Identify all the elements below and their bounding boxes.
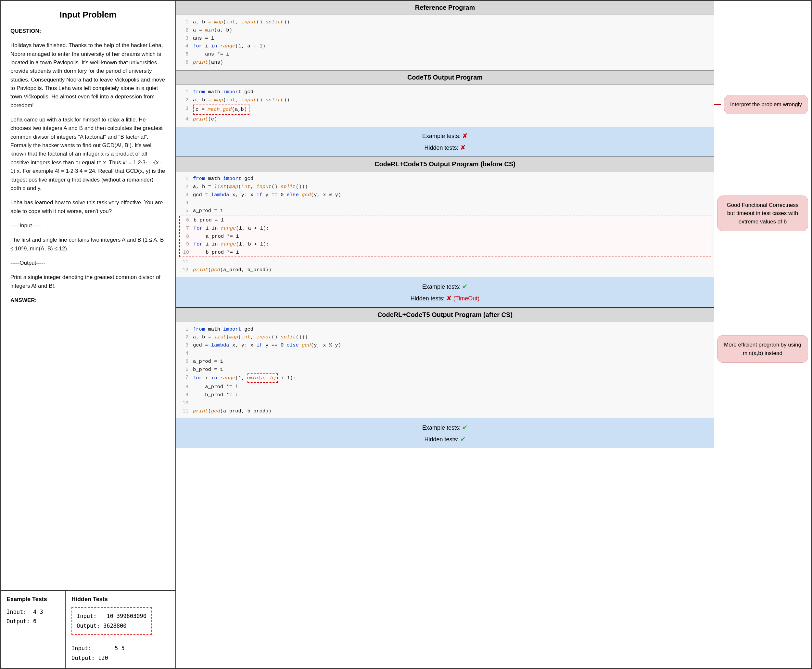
output-section-label: -----Output----- xyxy=(10,259,166,267)
question-label: QUESTION: xyxy=(10,27,166,35)
ref-line-4: 4 for i in range(1, a + 1): xyxy=(179,42,714,50)
coderl-b-timeout: (TimeOut) xyxy=(452,295,479,302)
codet5-header: CodeT5 Output Program xyxy=(176,71,714,85)
tests-row: Example Tests Input: 4 3 Output: 6 Hidde… xyxy=(1,590,175,668)
coderl-b-line-6: 6 b_prod = 1 xyxy=(180,216,711,224)
code-sections: Reference Program 1 a, b = map(int, inpu… xyxy=(176,1,714,668)
codet5-hidden-label: Hidden tests: xyxy=(424,145,460,151)
coderl-before-results: Example tests: ✔ Hidden tests: ✘ (TimeOu… xyxy=(176,277,714,307)
codet5-line-1: 1 from math import gcd xyxy=(179,88,714,96)
coderl-a-line-3: 3 gcd = lambda x, y: x if y == 0 else gc… xyxy=(179,341,714,350)
codet5-results: Example tests: ✘ Hidden tests: ✘ xyxy=(176,127,714,156)
hidden-tests: Hidden Tests Input: 10 399603090 Output:… xyxy=(66,591,175,668)
output-description: Print a single integer denoting the grea… xyxy=(10,273,166,290)
ref-line-6: 6 print(ans) xyxy=(179,59,714,67)
coderl-before-block: CodeRL+CodeT5 Output Program (before CS)… xyxy=(176,157,714,308)
annotation-2-group: Good Functional Correctness but timeout … xyxy=(714,192,811,235)
ref-line-1: 1 a, b = map(int, input().split()) xyxy=(179,18,714,26)
input-section-label: -----Input----- xyxy=(10,222,166,230)
coderl-b-line-8: 8 a_prod *= i xyxy=(180,232,711,240)
ref-line-3: 3 ans = 1 xyxy=(179,34,714,42)
coderl-a-line-10: 10 xyxy=(179,399,714,407)
coderl-b-line-2: 2 a, b = list(map(int, input().split())) xyxy=(179,183,714,191)
hidden-test-boxed: Input: 10 399603090 Output: 3628800 xyxy=(71,607,152,635)
codet5-code: 1 from math import gcd 2 a, b = map(int,… xyxy=(176,85,714,127)
coderl-after-block: CodeRL+CodeT5 Output Program (after CS) … xyxy=(176,308,714,449)
codet5-line-4: 4 print(c) xyxy=(179,115,714,123)
question-para-2: Leha came up with a task for himself to … xyxy=(10,116,166,193)
coderl-b-example-icon: ✔ xyxy=(462,283,468,290)
codet5-example-icon: ✘ xyxy=(462,132,468,140)
example-tests-title: Example Tests xyxy=(7,596,59,603)
input-description: The first and single line contains two i… xyxy=(10,236,166,253)
coderl-a-line-7: 7 for i in range(1, min(a, b) + 1): xyxy=(179,373,714,383)
annotation-1-connector: Interpret the problem wrongly xyxy=(714,92,811,118)
connector-line-1 xyxy=(714,104,721,105)
coderl-a-line-2: 2 a, b = list(map(int, input().split())) xyxy=(179,333,714,341)
coderl-before-header: CodeRL+CodeT5 Output Program (before CS) xyxy=(176,157,714,171)
question-para-1: Holidays have finished. Thanks to the he… xyxy=(10,41,166,110)
annotations-col: Interpret the problem wrongly Good Funct… xyxy=(714,1,811,668)
coderl-a-hidden-icon: ✔ xyxy=(460,435,466,443)
hidden-input2: Input: 5 5 xyxy=(71,643,170,654)
coderl-b-line-12: 12 print(gcd(a_prod, b_prod)) xyxy=(179,266,714,274)
codet5-line-3: 3 c = math.gcd(a,b) xyxy=(179,104,714,114)
bubble-good-functional: Good Functional Correctness but timeout … xyxy=(717,195,808,232)
left-panel: Input Problem QUESTION: Holidays have fi… xyxy=(1,1,176,668)
coderl-a-line-6: 6 b_prod = 1 xyxy=(179,366,714,374)
coderl-b-line-9: 9 for i in range(1, b + 1): xyxy=(180,240,711,249)
coderl-a-line-5: 5 a_prod = 1 xyxy=(179,358,714,366)
codet5-example-label: Example tests: xyxy=(422,133,462,140)
annotation-3-group: More efficient program by using min(a,b)… xyxy=(714,332,811,366)
coderl-a-example-label: Example tests: xyxy=(422,424,462,431)
coderl-b-line-5: 5 a_prod = 1 xyxy=(179,207,714,215)
bubble-more-efficient: More efficient program by using min(a,b)… xyxy=(717,335,808,363)
left-panel-text: QUESTION: Holidays have finished. Thanks… xyxy=(10,27,166,304)
left-panel-title: Input Problem xyxy=(10,10,166,20)
right-panel-inner: Reference Program 1 a, b = map(int, inpu… xyxy=(176,1,811,668)
hidden-boxed-output: Output: 3628800 xyxy=(77,621,146,631)
coderl-b-dashed-block: 6 b_prod = 1 7 for i in range(1, a + 1):… xyxy=(179,216,711,257)
question-para-3: Leha has learned how to solve this task … xyxy=(10,198,166,216)
example-output-row: Output: 6 xyxy=(7,617,59,626)
coderl-a-hidden-label: Hidden tests: xyxy=(424,436,460,443)
coderl-b-line-1: 1 from math import gcd xyxy=(179,175,714,183)
answer-label: ANSWER: xyxy=(10,296,166,304)
bubble-interpret-wrongly: Interpret the problem wrongly xyxy=(724,95,808,114)
coderl-b-line-11: 11 xyxy=(179,258,714,266)
coderl-a-line-1: 1 from math import gcd xyxy=(179,325,714,333)
codet5-block: CodeT5 Output Program 1 from math import… xyxy=(176,71,714,157)
ref-program-code: 1 a, b = map(int, input().split()) 2 a =… xyxy=(176,15,714,70)
coderl-before-code: 1 from math import gcd 2 a, b = list(map… xyxy=(176,171,714,277)
hidden-output2: Output: 120 xyxy=(71,653,170,663)
example-tests: Example Tests Input: 4 3 Output: 6 xyxy=(1,591,66,668)
coderl-b-line-3: 3 gcd = lambda x, y: x if y == 0 else gc… xyxy=(179,191,714,199)
coderl-a-example-icon: ✔ xyxy=(462,424,468,431)
coderl-b-line-7: 7 for i in range(1, a + 1): xyxy=(180,224,711,232)
annotation-1-group: Interpret the problem wrongly xyxy=(714,72,811,118)
coderl-a-line-4: 4 xyxy=(179,350,714,358)
coderl-after-header: CodeRL+CodeT5 Output Program (after CS) xyxy=(176,308,714,322)
coderl-b-hidden-icon: ✘ xyxy=(446,294,452,302)
coderl-after-code: 1 from math import gcd 2 a, b = list(map… xyxy=(176,322,714,419)
coderl-b-line-4: 4 xyxy=(179,199,714,207)
ref-line-2: 2 a = min(a, b) xyxy=(179,26,714,34)
codet5-hidden-icon: ✘ xyxy=(460,144,466,151)
ref-program-header: Reference Program xyxy=(176,1,714,15)
coderl-a-line-11: 11 print(gcd(a_prod, b_prod)) xyxy=(179,407,714,415)
example-input-row: Input: 4 3 xyxy=(7,607,59,617)
coderl-after-results: Example tests: ✔ Hidden tests: ✔ xyxy=(176,418,714,448)
ref-line-5: 5 ans *= i xyxy=(179,50,714,59)
right-panel: Reference Program 1 a, b = map(int, inpu… xyxy=(176,1,811,668)
example-tests-content: Input: 4 3 Output: 6 xyxy=(7,607,59,626)
coderl-a-line-9: 9 b_prod *= i xyxy=(179,391,714,399)
hidden-tests-title: Hidden Tests xyxy=(71,596,170,603)
coderl-b-line-10: 10 b_prod *= i xyxy=(180,249,711,257)
left-panel-content: Input Problem QUESTION: Holidays have fi… xyxy=(1,1,175,590)
coderl-a-line-8: 8 a_prod *= i xyxy=(179,383,714,391)
coderl-b-hidden-label: Hidden tests: xyxy=(410,295,446,302)
ref-program-block: Reference Program 1 a, b = map(int, inpu… xyxy=(176,1,714,71)
coderl-b-example-label: Example tests: xyxy=(422,284,462,290)
main-container: Input Problem QUESTION: Holidays have fi… xyxy=(0,0,812,669)
codet5-line-2: 2 a, b = map(int, input().split()) xyxy=(179,96,714,104)
